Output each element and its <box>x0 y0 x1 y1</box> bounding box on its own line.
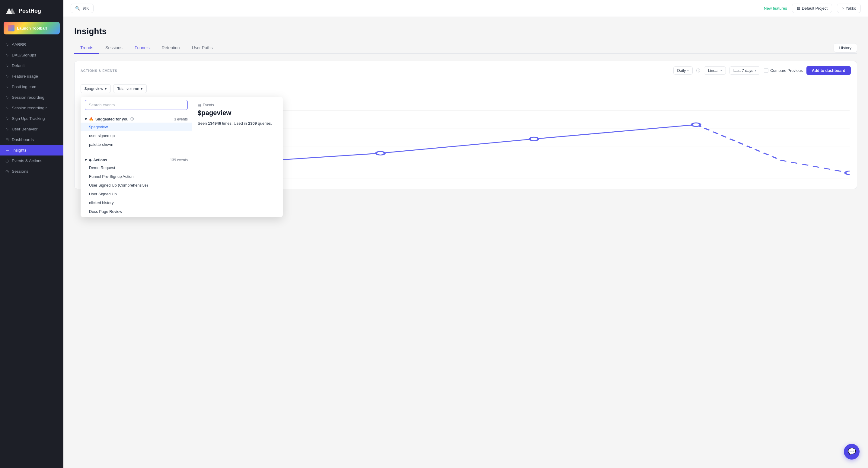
sidebar-item-label: Sign Ups Tracking <box>12 116 45 121</box>
sidebar-item-dau[interactable]: ∿ DAU/Signups <box>0 50 63 60</box>
chart-icon: ∿ <box>5 53 9 57</box>
chevron-down-icon: ▾ <box>755 69 756 72</box>
sidebar-item-sessions[interactable]: ◷ Sessions <box>0 166 63 177</box>
chevron-down-icon: ▾ <box>85 157 87 162</box>
panel-toolbar: ACTIONS & EVENTS Daily ▾ ⓘ Linear ▾ Last… <box>74 61 857 80</box>
svg-point-12 <box>692 123 700 126</box>
sidebar-item-session-recording-2[interactable]: ∿ Session recording r... <box>0 103 63 113</box>
sidebar-item-label: DAU/Signups <box>12 53 36 57</box>
dropdown-item-pageview[interactable]: $pageview <box>81 123 192 131</box>
sidebar-item-user-behavior[interactable]: ∿ User Behavior <box>0 124 63 134</box>
tab-retention[interactable]: Retention <box>156 42 186 54</box>
last7-pill[interactable]: Last 7 days ▾ <box>730 66 761 75</box>
sidebar-item-default[interactable]: ∿ Default <box>0 60 63 71</box>
tab-sessions[interactable]: Sessions <box>99 42 129 54</box>
dropdown-item-funnel-pre-signup[interactable]: Funnel Pre-Signup Action <box>81 172 192 181</box>
actions-label: Actions <box>93 158 107 162</box>
topbar: 🔍 ⌘K New features ▦ Default Project ○ Ya… <box>63 0 868 17</box>
suggested-section: ▾ 🔥 Suggested for you ⓘ 3 events $pagevi… <box>81 113 192 150</box>
chart-icon: ∿ <box>5 95 9 100</box>
chevron-down-icon: ▾ <box>720 69 722 72</box>
compare-previous-toggle[interactable]: Compare Previous <box>764 68 803 73</box>
chart-icon: ∿ <box>5 42 9 47</box>
sidebar-item-label: Feature usage <box>12 74 38 79</box>
main-content: 🔍 ⌘K New features ▦ Default Project ○ Ya… <box>63 0 868 468</box>
dropdown-item-palette-shown[interactable]: palette shown <box>81 140 192 149</box>
sidebar-item-feature-usage[interactable]: ∿ Feature usage <box>0 71 63 82</box>
suggested-header: ▾ 🔥 Suggested for you ⓘ 3 events <box>81 116 192 123</box>
dropdown-item-clicked-history[interactable]: clicked history <box>81 198 192 207</box>
detail-stat: Seen 134946 times. Used in 2309 queries. <box>198 120 277 127</box>
info-icon[interactable]: ⓘ <box>696 68 700 74</box>
project-label: Default Project <box>802 6 828 10</box>
dropdown-item-user-signed-up-2[interactable]: User Signed Up <box>81 189 192 198</box>
search-icon: 🔍 <box>75 6 80 10</box>
sidebar-item-label: Session recording r... <box>12 106 50 110</box>
detail-section-label: ▤ Events <box>198 103 277 107</box>
chart-icon: ∿ <box>5 106 9 110</box>
launch-toolbar-button[interactable]: Launch Toolbar! <box>4 22 60 34</box>
user-icon: ○ <box>841 6 844 10</box>
insights-panel: ACTIONS & EVENTS Daily ▾ ⓘ Linear ▾ Last… <box>74 61 857 189</box>
sidebar-item-dashboards[interactable]: ⊞ Dashboards <box>0 134 63 145</box>
tab-funnels[interactable]: Funnels <box>129 42 156 54</box>
new-features-link[interactable]: New features <box>764 6 787 10</box>
toolbar-right: Daily ▾ ⓘ Linear ▾ Last 7 days ▾ Compar <box>673 66 851 75</box>
search-events-input[interactable] <box>85 100 188 110</box>
sidebar-item-label: Default <box>12 63 25 68</box>
project-button[interactable]: ▦ Default Project <box>792 4 832 13</box>
chat-button[interactable]: 💬 <box>844 444 860 460</box>
section-label: ACTIONS & EVENTS <box>81 69 117 72</box>
linear-pill[interactable]: Linear ▾ <box>704 66 725 75</box>
events-dropdown: ▾ 🔥 Suggested for you ⓘ 3 events $pagevi… <box>81 97 283 217</box>
sidebar-item-sign-ups-tracking[interactable]: ∿ Sign Ups Tracking <box>0 113 63 124</box>
toolbar-label: Launch Toolbar! <box>17 26 48 30</box>
chart-icon: ∿ <box>5 116 9 121</box>
app-logo[interactable]: PostHog <box>0 0 63 22</box>
compare-checkbox[interactable] <box>764 68 768 73</box>
sidebar-item-label: Events & Actions <box>12 158 42 163</box>
tab-trends[interactable]: Trends <box>74 42 99 54</box>
sidebar-item-posthog[interactable]: ∿ PostHog.com <box>0 82 63 92</box>
seen-count: 134946 <box>208 121 221 126</box>
posthog-logo-icon <box>5 5 16 16</box>
tab-user-paths[interactable]: User Paths <box>186 42 219 54</box>
volume-pill[interactable]: Total volume ▾ <box>113 84 147 93</box>
dropdown-item-docs-page-review[interactable]: Docs Page Review <box>81 207 192 216</box>
sidebar-item-events-actions[interactable]: ◷ Events & Actions <box>0 155 63 166</box>
search-button[interactable]: 🔍 ⌘K <box>71 4 94 13</box>
project-icon: ▦ <box>797 6 800 10</box>
actions-count: 139 events <box>170 158 188 162</box>
dropdown-item-demo-request[interactable]: Demo Request <box>81 163 192 172</box>
divider <box>81 152 192 152</box>
sidebar-item-label: User Behavior <box>12 127 38 131</box>
event-label: $pageview <box>85 86 103 91</box>
event-selector-pill[interactable]: $pageview ▾ <box>81 84 111 93</box>
sidebar-item-aarrr[interactable]: ∿ AARRR <box>0 39 63 50</box>
sidebar-item-insights[interactable]: → Insights <box>0 145 63 155</box>
grid-icon: ⊞ <box>5 137 9 142</box>
daily-pill[interactable]: Daily ▾ <box>673 66 693 75</box>
table-icon: ▤ <box>198 103 201 107</box>
sidebar-item-label: Session recording <box>12 95 44 100</box>
chevron-down-icon: ▾ <box>105 86 107 91</box>
toolbar-icon <box>8 25 14 31</box>
chevron-down-icon: ▾ <box>687 69 689 72</box>
sidebar-item-session-recording-1[interactable]: ∿ Session recording <box>0 92 63 103</box>
tabs-row: Trends Sessions Funnels Retention User P… <box>74 42 857 54</box>
diamond-icon: ◆ <box>89 158 91 162</box>
user-label: Yakko <box>846 6 856 10</box>
dropdown-search-container <box>81 97 192 113</box>
history-button[interactable]: History <box>834 43 857 53</box>
detail-event-name: $pageview <box>198 109 277 117</box>
dropdown-item-user-signed-up[interactable]: user signed up <box>81 131 192 140</box>
suggested-count: 3 events <box>174 117 188 121</box>
dropdown-item-user-signed-up-comprehensive[interactable]: User Signed Up (Comprehensive) <box>81 181 192 189</box>
app-name: PostHog <box>19 8 41 14</box>
chart-icon: ∿ <box>5 74 9 79</box>
page-content: Insights Trends Sessions Funnels Retenti… <box>63 17 868 468</box>
chevron-down-icon: ▾ <box>85 117 87 121</box>
add-dashboard-button[interactable]: Add to dashboard <box>806 66 851 75</box>
svg-point-10 <box>376 152 384 155</box>
user-button[interactable]: ○ Yakko <box>837 4 861 13</box>
